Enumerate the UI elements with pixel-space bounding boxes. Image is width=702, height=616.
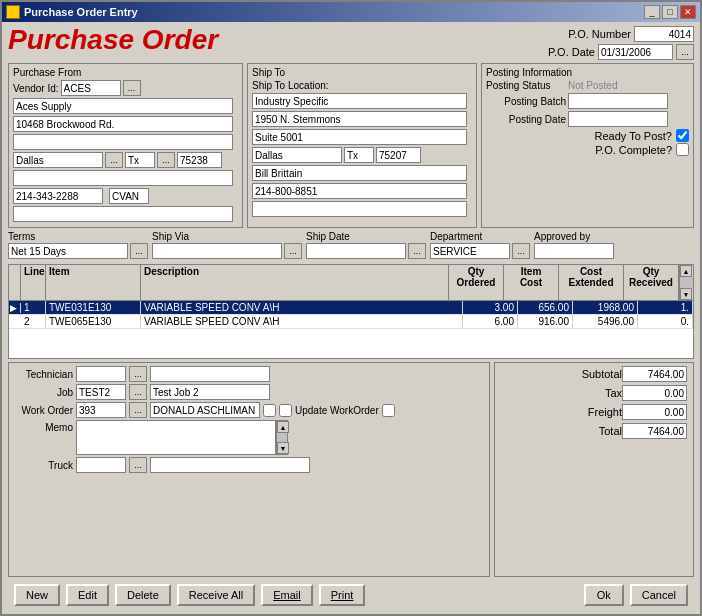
approved-label: Approved by [534, 231, 614, 242]
truck-row: Truck ... [13, 457, 485, 473]
vendor-extra2-row [13, 206, 238, 222]
row-qty-ord: 3.00 [463, 301, 518, 314]
job-ellipsis[interactable]: ... [129, 384, 147, 400]
footer-buttons: New Edit Delete Receive All Email Print … [8, 580, 694, 610]
ship-date-ellipsis[interactable]: ... [408, 243, 426, 259]
title-bar-buttons: _ □ ✕ [644, 5, 696, 19]
terms-section: Terms ... Ship Via ... Ship Date ... [8, 231, 694, 261]
receive-all-button[interactable]: Receive All [177, 584, 255, 606]
ship-date-input[interactable] [306, 243, 406, 259]
state-ellipsis[interactable]: ... [157, 152, 175, 168]
vendor-name-input[interactable] [13, 98, 233, 114]
vendor-city-row: ... ... [13, 152, 238, 168]
tax-value[interactable] [622, 385, 687, 401]
scroll-up-button[interactable]: ▲ [680, 265, 692, 277]
memo-textarea[interactable] [76, 420, 276, 455]
ready-to-post-checkbox[interactable] [676, 129, 689, 142]
vendor-state-input[interactable] [125, 152, 155, 168]
po-date-ellipsis[interactable]: ... [676, 44, 694, 60]
update-check2[interactable] [279, 404, 292, 417]
ship-city-input[interactable] [252, 147, 342, 163]
truck-input[interactable] [76, 457, 126, 473]
maximize-button[interactable]: □ [662, 5, 678, 19]
vendor-id-ellipsis[interactable]: ... [123, 80, 141, 96]
truck-name-input[interactable] [150, 457, 310, 473]
po-date-input[interactable] [598, 44, 673, 60]
vendor-extra-input[interactable] [13, 170, 233, 186]
posting-status-label: Posting Status [486, 80, 566, 91]
vendor-id-row: Vendor Id: ... [13, 80, 238, 96]
technician-input[interactable] [76, 366, 126, 382]
row-indicator: ▶ [9, 303, 21, 313]
update-check1[interactable] [263, 404, 276, 417]
table-row[interactable]: 2 TWE065E130 VARIABLE SPEED CONV A\H 6.0… [9, 315, 693, 329]
job-desc-input[interactable] [150, 384, 270, 400]
ship-extra-input[interactable] [252, 201, 467, 217]
approved-input-row [534, 243, 614, 259]
table-row[interactable]: ▶ 1 TWE031E130 VARIABLE SPEED CONV A\H 3… [9, 301, 693, 315]
work-order-num-input[interactable] [76, 402, 126, 418]
minimize-button[interactable]: _ [644, 5, 660, 19]
ok-button[interactable]: Ok [584, 584, 624, 606]
vendor-addr2-input[interactable] [13, 134, 233, 150]
close-button[interactable]: ✕ [680, 5, 696, 19]
vendor-extra2-input[interactable] [13, 206, 233, 222]
po-date-row: P.O. Date ... [548, 44, 694, 60]
ship-location-input[interactable] [252, 93, 467, 109]
terms-input[interactable] [8, 243, 128, 259]
ship-via-input[interactable] [152, 243, 282, 259]
po-complete-checkbox[interactable] [676, 143, 689, 156]
new-button[interactable]: New [14, 584, 60, 606]
line-items-table: Line Item Description QtyOrdered ItemCos… [8, 264, 694, 359]
total-value[interactable] [622, 423, 687, 439]
approved-input[interactable] [534, 243, 614, 259]
ship-via-ellipsis[interactable]: ... [284, 243, 302, 259]
po-title: Purchase Order [8, 26, 218, 54]
city-ellipsis[interactable]: ... [105, 152, 123, 168]
edit-button[interactable]: Edit [66, 584, 109, 606]
email-button[interactable]: Email [261, 584, 313, 606]
memo-scroll-up[interactable]: ▲ [277, 421, 289, 433]
ship-extra-row [252, 201, 472, 217]
ship-addr1-input[interactable] [252, 111, 467, 127]
ship-state-input[interactable] [344, 147, 374, 163]
posting-batch-input[interactable] [568, 93, 668, 109]
content-area: Purchase Order P.O. Number P.O. Date ...… [2, 22, 700, 614]
po-complete-row: P.O. Complete? [486, 143, 689, 156]
vendor-addr1-input[interactable] [13, 116, 233, 132]
scroll-down-button[interactable]: ▼ [680, 288, 692, 300]
vendor-city-input[interactable] [13, 152, 103, 168]
po-number-input[interactable] [634, 26, 694, 42]
vendor-cvan-input[interactable] [109, 188, 149, 204]
print-button[interactable]: Print [319, 584, 366, 606]
vendor-phone-input[interactable] [13, 188, 103, 204]
cancel-button[interactable]: Cancel [630, 584, 688, 606]
po-number-label: P.O. Number [568, 28, 631, 40]
tax-row: Tax [501, 385, 687, 401]
vendor-zip-input[interactable] [177, 152, 222, 168]
truck-ellipsis[interactable]: ... [129, 457, 147, 473]
ship-contact-input[interactable] [252, 165, 467, 181]
ready-to-post-row: Ready To Post? [486, 129, 689, 142]
vendor-id-input[interactable] [61, 80, 121, 96]
subtotal-value[interactable] [622, 366, 687, 382]
memo-scroll-down[interactable]: ▼ [277, 442, 289, 454]
job-input[interactable] [76, 384, 126, 400]
technician-ellipsis[interactable]: ... [129, 366, 147, 382]
ship-addr2-input[interactable] [252, 129, 467, 145]
ship-zip-input[interactable] [376, 147, 421, 163]
delete-button[interactable]: Delete [115, 584, 171, 606]
freight-value[interactable] [622, 404, 687, 420]
dept-ellipsis[interactable]: ... [512, 243, 530, 259]
posting-date-row: Posting Date [486, 111, 689, 127]
ship-addr2-row [252, 129, 472, 145]
work-order-ellipsis[interactable]: ... [129, 402, 147, 418]
update-check3[interactable] [382, 404, 395, 417]
posting-date-input[interactable] [568, 111, 668, 127]
dept-label: Department [430, 231, 530, 242]
work-order-name-input[interactable] [150, 402, 260, 418]
dept-input[interactable] [430, 243, 510, 259]
ship-phone-input[interactable] [252, 183, 467, 199]
technician-name-input[interactable] [150, 366, 270, 382]
terms-ellipsis[interactable]: ... [130, 243, 148, 259]
